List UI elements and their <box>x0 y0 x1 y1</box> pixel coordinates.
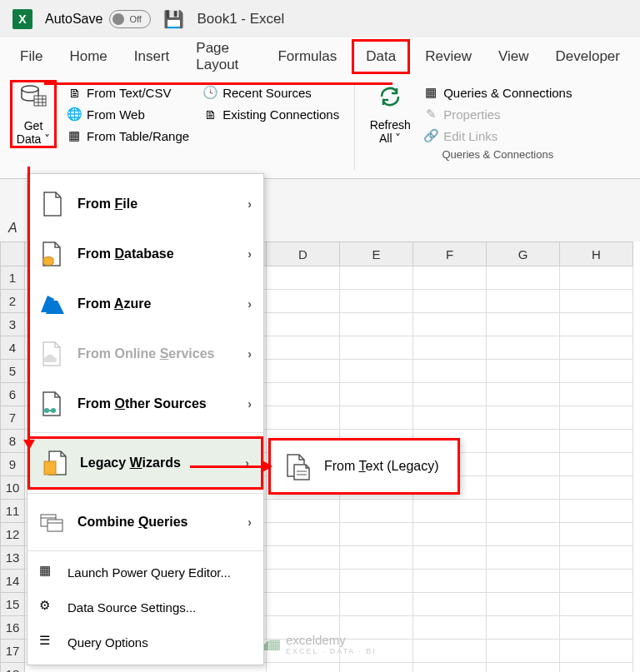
settings-icon: ⚙ <box>39 598 58 616</box>
database-icon <box>19 82 48 117</box>
annotation-arrow <box>190 465 265 468</box>
row-headers: 1 2 3 4 5 6 7 8 9 10 11 12 13 14 15 16 1… <box>0 266 25 672</box>
col-header-e[interactable]: E <box>340 241 413 266</box>
pq-editor-icon: ▦ <box>39 563 58 581</box>
chevron-right-icon: › <box>248 247 252 261</box>
tab-home[interactable]: Home <box>58 42 118 72</box>
queries-group-label: Queries & Connections <box>420 148 575 161</box>
autosave-label: AutoSave <box>45 12 102 27</box>
row-header[interactable]: 9 <box>0 453 25 476</box>
row-header[interactable]: 6 <box>0 383 25 406</box>
row-header[interactable]: 1 <box>0 266 25 290</box>
legacy-wizards-submenu[interactable]: From Text (Legacy) <box>268 438 460 495</box>
tab-page-layout[interactable]: Page Layout <box>184 33 262 80</box>
watermark-name: exceldemy <box>286 633 346 647</box>
ribbon-tabs: File Home Insert Page Layout Formulas Da… <box>0 37 640 75</box>
from-text-legacy-label: From Text (Legacy) <box>324 459 439 474</box>
table-icon: ▦ <box>67 128 82 143</box>
autosave-control[interactable]: AutoSave Off <box>45 10 151 28</box>
svg-rect-9 <box>44 461 56 475</box>
tab-view[interactable]: View <box>487 42 541 72</box>
row-header[interactable]: 3 <box>0 313 25 336</box>
recent-sources[interactable]: 🕓Recent Sources <box>199 83 342 102</box>
row-header[interactable]: 12 <box>0 523 25 546</box>
edit-links: 🔗Edit Links <box>420 127 575 145</box>
menu-from-azure[interactable]: From Azure› <box>28 279 263 329</box>
menu-separator <box>28 432 263 433</box>
row-header[interactable]: 16 <box>0 616 25 640</box>
row-header[interactable]: 15 <box>0 593 25 616</box>
menu-from-file[interactable]: From File› <box>28 179 263 229</box>
annotation-arrow <box>44 82 392 85</box>
tab-developer[interactable]: Developer <box>544 42 632 72</box>
row-header[interactable]: 11 <box>0 500 25 523</box>
chevron-right-icon: › <box>248 197 252 211</box>
row-header[interactable]: 8 <box>0 430 25 453</box>
row-header[interactable]: 10 <box>0 476 25 500</box>
refresh-label1: Refresh <box>370 118 411 132</box>
menu-launch-pq-editor[interactable]: ▦ Launch Power Query Editor... <box>28 555 263 590</box>
properties-icon: ✎ <box>423 107 438 122</box>
from-table-range[interactable]: ▦From Table/Range <box>63 127 192 145</box>
autosave-toggle[interactable]: Off <box>109 10 151 28</box>
select-all-corner[interactable] <box>0 241 25 266</box>
annotation-arrow <box>28 167 30 441</box>
col-header-h[interactable]: H <box>560 241 633 266</box>
file-icon: 🗎 <box>67 85 82 100</box>
queries-connections[interactable]: ▦Queries & Connections <box>420 83 575 102</box>
row-header[interactable]: 14 <box>0 570 25 593</box>
watermark: ◢▦ exceldemy EXCEL · DATA · BI <box>258 633 377 655</box>
menu-data-source-settings[interactable]: ⚙ Data Source Settings... <box>28 590 263 625</box>
row-header[interactable]: 13 <box>0 546 25 570</box>
row-header[interactable]: 18 <box>0 663 25 672</box>
get-data-button[interactable]: GetData ˅ <box>10 80 57 148</box>
ribbon-col-2: 🕓Recent Sources 🗎Existing Connections <box>199 80 342 173</box>
col-header-d[interactable]: D <box>267 241 340 266</box>
ribbon-col-1: 🗎From Text/CSV 🌐From Web ▦From Table/Ran… <box>63 80 192 173</box>
row-header[interactable]: 2 <box>0 290 25 313</box>
queries-col: ▦Queries & Connections ✎Properties 🔗Edit… <box>420 80 575 145</box>
tab-file[interactable]: File <box>8 42 54 72</box>
database-file-icon <box>39 241 66 267</box>
excel-app-icon: X <box>12 9 32 29</box>
row-header[interactable]: 7 <box>0 406 25 430</box>
menu-combine-queries[interactable]: Combine Queries› <box>28 497 263 547</box>
menu-from-database[interactable]: From Database› <box>28 229 263 279</box>
refresh-all-button[interactable]: RefreshAll ˅ <box>367 80 413 148</box>
from-web[interactable]: 🌐From Web <box>63 105 192 123</box>
tab-review[interactable]: Review <box>413 42 483 72</box>
recent-icon: 🕓 <box>202 85 218 100</box>
row-header[interactable]: 4 <box>0 336 25 360</box>
menu-query-options[interactable]: ☰ Query Options <box>28 625 263 660</box>
tab-formulas[interactable]: Formulas <box>266 42 348 72</box>
col-header-f[interactable]: F <box>413 241 487 266</box>
other-sources-icon <box>39 391 66 417</box>
from-text-csv[interactable]: 🗎From Text/CSV <box>63 83 192 102</box>
chevron-right-icon: › <box>248 515 252 529</box>
refresh-label2: All <box>379 132 392 145</box>
toggle-knob <box>112 13 124 25</box>
get-data-menu: From File› From Database› From Azure› Fr… <box>27 173 264 665</box>
chevron-right-icon: › <box>248 347 252 361</box>
tab-data[interactable]: Data <box>352 39 410 74</box>
name-box[interactable]: A <box>8 221 25 236</box>
menu-legacy-wizards[interactable]: Legacy Wizards› <box>28 436 263 490</box>
menu-from-other-sources[interactable]: From Other Sources› <box>28 379 263 429</box>
queries-icon: ▦ <box>423 85 438 100</box>
watermark-tag: EXCEL · DATA · BI <box>286 647 377 655</box>
row-header[interactable]: 17 <box>0 640 25 663</box>
menu-separator <box>28 493 263 494</box>
col-header-g[interactable]: G <box>487 241 560 266</box>
svg-rect-11 <box>48 520 62 531</box>
legacy-wizard-icon <box>42 450 68 476</box>
save-icon[interactable]: 💾 <box>163 9 184 29</box>
row-header[interactable]: 5 <box>0 360 25 383</box>
svg-rect-1 <box>34 96 46 106</box>
text-legacy-icon <box>284 453 311 480</box>
refresh-icon <box>377 83 403 116</box>
tab-insert[interactable]: Insert <box>122 42 182 72</box>
separator <box>354 83 355 170</box>
get-data-label2: Data <box>17 132 42 146</box>
existing-connections[interactable]: 🗎Existing Connections <box>199 105 342 123</box>
cloud-file-icon <box>39 341 66 367</box>
